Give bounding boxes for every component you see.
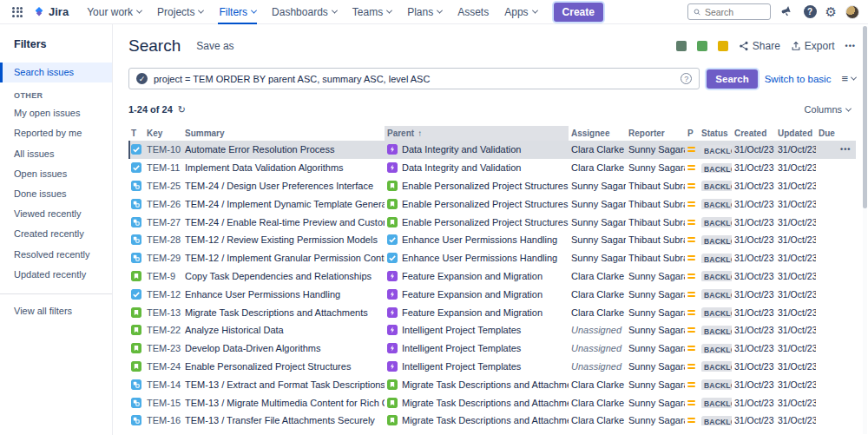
more-actions-button[interactable]: ••• [845, 42, 856, 50]
issue-summary-link[interactable]: Automate Error Resolution Process [182, 144, 385, 155]
issue-key-link[interactable]: TEM-13 [144, 307, 182, 318]
app-switcher-icon[interactable] [9, 3, 26, 21]
issue-summary-link[interactable]: TEM-12 / Implement Granular Permission C… [182, 253, 385, 263]
table-row[interactable]: TEM-9Copy Task Dependencies and Relation… [128, 267, 856, 286]
jira-logo[interactable]: Jira [33, 5, 69, 18]
notifications-icon[interactable] [779, 4, 795, 20]
table-row[interactable]: TEM-28TEM-12 / Review Existing Permissio… [128, 231, 856, 249]
issue-key-link[interactable]: TEM-10 [144, 144, 182, 155]
issue-key-link[interactable]: TEM-27 [144, 217, 182, 227]
export-button[interactable]: Export [791, 40, 835, 52]
column-header-reporter[interactable]: Reporter [626, 129, 685, 138]
issue-key-link[interactable]: TEM-25 [144, 181, 182, 191]
sidebar-item-my-open-issues[interactable]: My open issues [0, 103, 112, 123]
parent-cell[interactable]: Feature Expansion and Migration [385, 271, 569, 281]
user-avatar[interactable] [845, 5, 859, 19]
table-row[interactable]: TEM-15TEM-13 / Migrate Multimedia Conten… [128, 393, 856, 412]
column-header-summary[interactable]: Summary [182, 129, 385, 138]
help-icon[interactable]: ? [804, 5, 817, 18]
nav-item-apps[interactable]: Apps [498, 0, 542, 24]
sidebar-item-updated-recently[interactable]: Updated recently [0, 265, 112, 285]
issue-key-link[interactable]: TEM-22 [144, 325, 182, 335]
column-header-p[interactable]: P [685, 129, 699, 138]
search-button[interactable]: Search [707, 69, 757, 89]
issue-key-link[interactable]: TEM-11 [144, 162, 182, 173]
issue-summary-link[interactable]: Migrate Task Descriptions and Attachment… [182, 307, 385, 318]
issue-key-link[interactable]: TEM-16 [144, 415, 182, 425]
create-button[interactable]: Create [554, 3, 603, 22]
parent-cell[interactable]: Feature Expansion and Migration [385, 307, 569, 318]
table-row[interactable]: TEM-24Enable Personalized Project Struct… [128, 358, 856, 376]
parent-cell[interactable]: Data Integrity and Validation [385, 162, 569, 173]
issue-summary-link[interactable]: TEM-24 / Enable Real-time Preview and Cu… [182, 217, 385, 227]
parent-cell[interactable]: Enable Personalized Project Structures [385, 217, 569, 227]
jql-input[interactable]: ✓ project = TEM ORDER BY parent ASC, sum… [128, 68, 700, 89]
share-button[interactable]: Share [739, 40, 780, 52]
columns-button[interactable]: Columns [799, 102, 856, 117]
table-row[interactable]: TEM-22Analyze Historical DataIntelligent… [128, 321, 856, 339]
sidebar-item-viewed-recently[interactable]: Viewed recently [0, 204, 112, 224]
issue-summary-link[interactable]: TEM-13 / Transfer File Attachments Secur… [182, 415, 385, 425]
issue-key-link[interactable]: TEM-29 [144, 253, 182, 263]
nav-item-projects[interactable]: Projects [151, 0, 209, 24]
parent-cell[interactable]: Intelligent Project Templates [385, 325, 569, 335]
column-header-due[interactable]: Due [816, 129, 838, 138]
table-row[interactable]: TEM-11Implement Data Validation Algorith… [128, 159, 856, 177]
jql-help-icon[interactable]: ? [681, 73, 692, 84]
sidebar-item-search-issues[interactable]: Search issues [0, 63, 112, 82]
parent-cell[interactable]: Intelligent Project Templates [385, 343, 569, 353]
app-addon-icon-3[interactable] [718, 41, 728, 51]
nav-item-plans[interactable]: Plans [401, 0, 448, 24]
settings-gear-icon[interactable]: ⚙ [825, 5, 837, 18]
column-header-status[interactable]: Status [699, 129, 732, 138]
issue-key-link[interactable]: TEM-26 [144, 199, 182, 209]
parent-cell[interactable]: Intelligent Project Templates [385, 361, 569, 372]
table-row[interactable]: TEM-14TEM-13 / Extract and Format Task D… [128, 375, 856, 393]
issue-summary-link[interactable]: Enhance User Permissions Handling [182, 289, 385, 300]
parent-cell[interactable]: Enhance User Permissions Handling [385, 234, 569, 245]
issue-key-link[interactable]: TEM-28 [144, 234, 182, 245]
table-row[interactable]: TEM-23Develop Data-Driven AlgorithmsInte… [128, 339, 856, 358]
issue-summary-link[interactable]: Implement Data Validation Algorithms [182, 162, 385, 173]
sidebar-item-reported-by-me[interactable]: Reported by me [0, 123, 112, 143]
nav-item-your-work[interactable]: Your work [81, 0, 148, 24]
issue-key-link[interactable]: TEM-24 [144, 361, 182, 372]
nav-item-teams[interactable]: Teams [346, 0, 398, 24]
vertical-scrollbar[interactable] [863, 26, 867, 434]
table-row[interactable]: TEM-26TEM-24 / Implement Dynamic Templat… [128, 194, 856, 213]
issue-summary-link[interactable]: TEM-24 / Implement Dynamic Template Gene… [182, 199, 385, 209]
issue-key-link[interactable]: TEM-14 [144, 379, 182, 390]
issue-summary-link[interactable]: TEM-12 / Review Existing Permission Mode… [182, 234, 385, 245]
column-header-parent[interactable]: Parent↑ [385, 126, 569, 141]
parent-cell[interactable]: Migrate Task Descriptions and Attachment… [385, 415, 569, 425]
table-row[interactable]: TEM-12Enhance User Permissions HandlingF… [128, 285, 856, 303]
table-row[interactable]: TEM-16TEM-13 / Transfer File Attachments… [128, 412, 856, 430]
column-header-created[interactable]: Created [732, 129, 775, 138]
sidebar-item-view-all-filters[interactable]: View all filters [0, 301, 112, 321]
column-header-key[interactable]: Key [144, 129, 182, 138]
column-header-t[interactable]: T [128, 129, 144, 138]
parent-cell[interactable]: Migrate Task Descriptions and Attachment… [385, 379, 569, 390]
column-header-updated[interactable]: Updated [775, 129, 816, 138]
parent-cell[interactable]: Data Integrity and Validation [385, 144, 569, 155]
column-header-assignee[interactable]: Assignee [569, 129, 626, 138]
issue-summary-link[interactable]: TEM-13 / Extract and Format Task Descrip… [182, 379, 385, 390]
nav-item-assets[interactable]: Assets [451, 0, 495, 24]
sidebar-item-resolved-recently[interactable]: Resolved recently [0, 245, 112, 265]
table-row[interactable]: TEM-25TEM-24 / Design User Preferences I… [128, 177, 856, 195]
issue-summary-link[interactable]: Copy Task Dependencies and Relationships [182, 271, 385, 281]
sidebar-item-done-issues[interactable]: Done issues [0, 184, 112, 204]
table-row[interactable]: TEM-27TEM-24 / Enable Real-time Preview … [128, 213, 856, 231]
parent-cell[interactable]: Enable Personalized Project Structures [385, 181, 569, 191]
scrollbar-thumb[interactable] [863, 26, 867, 208]
issue-key-link[interactable]: TEM-23 [144, 343, 182, 353]
sidebar-item-open-issues[interactable]: Open issues [0, 164, 112, 184]
issue-key-link[interactable]: TEM-15 [144, 398, 182, 408]
nav-item-filters[interactable]: Filters [213, 0, 262, 24]
table-row[interactable]: TEM-13Migrate Task Descriptions and Atta… [128, 303, 856, 321]
issue-summary-link[interactable]: TEM-13 / Migrate Multimedia Content for … [182, 398, 385, 408]
issue-summary-link[interactable]: Develop Data-Driven Algorithms [182, 343, 385, 353]
issue-key-link[interactable]: TEM-9 [144, 271, 182, 281]
save-as-button[interactable]: Save as [196, 40, 233, 52]
global-search-input[interactable] [705, 7, 765, 17]
